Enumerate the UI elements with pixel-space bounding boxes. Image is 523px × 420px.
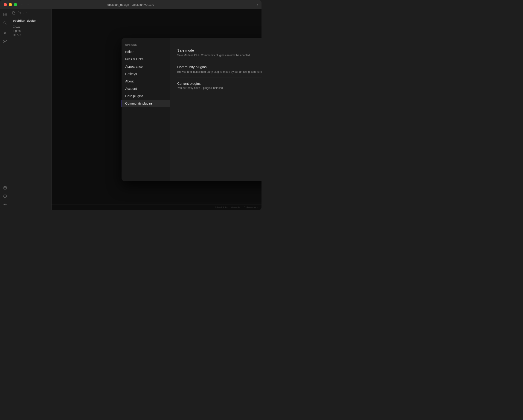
current-plugins-title: Current plugins	[177, 82, 262, 85]
settings-nav-about[interactable]: About	[122, 78, 170, 85]
community-plugins-row: Community plugins Browse and install thi…	[177, 61, 262, 78]
stars-icon[interactable]	[1, 29, 9, 37]
settings-nav-core-plugins[interactable]: Core plugins	[122, 92, 170, 100]
svg-point-6	[4, 33, 6, 34]
settings-nav-community-plugins[interactable]: Community plugins	[122, 100, 170, 107]
community-plugins-title: Community plugins	[177, 65, 262, 69]
forward-arrow-icon[interactable]: →	[27, 3, 30, 7]
current-plugins-section: Current plugins You currently have 0 plu…	[177, 82, 262, 90]
safe-mode-text: Safe mode Safe Mode is OFF. Community pl…	[177, 48, 262, 57]
file-item[interactable]: READI	[12, 33, 49, 37]
svg-line-16	[5, 41, 6, 41]
file-item[interactable]: Crazy	[12, 25, 49, 29]
community-plugins-text: Community plugins Browse and install thi…	[177, 65, 262, 74]
maximize-button[interactable]	[14, 3, 17, 6]
safe-mode-row: Safe mode Safe Mode is OFF. Community pl…	[177, 45, 262, 61]
svg-rect-1	[5, 13, 7, 14]
help-icon[interactable]: ?	[1, 192, 9, 200]
vault-name: obsidian_design	[12, 18, 49, 23]
new-folder-icon[interactable]	[17, 11, 21, 16]
svg-point-4	[4, 22, 6, 24]
settings-nav-files-links-label: Files & Links	[125, 57, 143, 61]
settings-sidebar: OPTIONS Editor Files & Links Appearance …	[122, 38, 170, 181]
settings-section-label: OPTIONS	[122, 44, 170, 46]
svg-rect-3	[3, 15, 5, 16]
daily-notes-icon[interactable]	[1, 184, 9, 192]
app-layout: ?	[0, 9, 262, 210]
file-item[interactable]: Figma	[12, 29, 49, 33]
graph-icon[interactable]	[1, 38, 9, 45]
svg-point-14	[3, 42, 4, 43]
svg-point-24	[4, 204, 6, 205]
settings-nav-account[interactable]: Account	[122, 85, 170, 92]
file-explorer-icon[interactable]	[1, 11, 9, 18]
collapse-icon[interactable]: ⟩	[257, 3, 258, 7]
settings-icon[interactable]	[1, 201, 9, 208]
titlebar: ← → obsidian_design - Obsidian v0.11.0 ⟩	[0, 0, 262, 9]
sidebar-icons: ?	[0, 9, 10, 210]
traffic-lights	[4, 3, 17, 6]
settings-nav-files-links[interactable]: Files & Links	[122, 56, 170, 63]
settings-nav-core-plugins-label: Core plugins	[125, 94, 143, 98]
settings-nav-editor-label: Editor	[125, 50, 134, 54]
settings-nav-editor[interactable]: Editor	[122, 48, 170, 56]
svg-point-13	[6, 40, 7, 41]
svg-rect-18	[4, 187, 7, 189]
minimize-button[interactable]	[9, 3, 12, 6]
settings-nav-hotkeys[interactable]: Hotkeys	[122, 70, 170, 78]
svg-line-5	[6, 24, 7, 25]
settings-nav-community-plugins-label: Community plugins	[125, 102, 153, 105]
current-plugins-description: You currently have 0 plugins installed.	[177, 86, 262, 90]
community-plugins-description: Browse and install third-party plugins m…	[177, 70, 262, 74]
settings-nav-account-label: Account	[125, 87, 137, 91]
close-button[interactable]	[4, 3, 7, 6]
settings-content: × Safe mode Safe Mode is OFF. Community …	[170, 38, 262, 181]
titlebar-title: obsidian_design - Obsidian v0.11.0	[107, 3, 154, 7]
titlebar-nav: ← →	[21, 3, 30, 7]
search-icon[interactable]	[1, 19, 9, 27]
settings-nav-hotkeys-label: Hotkeys	[125, 72, 137, 76]
settings-nav-appearance-label: Appearance	[125, 65, 143, 68]
file-explorer-toolbar	[12, 11, 49, 16]
settings-nav-appearance[interactable]: Appearance	[122, 63, 170, 70]
svg-rect-2	[5, 15, 7, 16]
settings-nav-about-label: About	[125, 79, 134, 83]
file-explorer: obsidian_design Crazy Figma READI	[10, 9, 52, 210]
safe-mode-description: Safe Mode is OFF. Community plugins can …	[177, 53, 262, 57]
svg-text:?: ?	[4, 195, 6, 198]
back-arrow-icon[interactable]: ←	[21, 3, 24, 7]
safe-mode-title: Safe mode	[177, 48, 262, 52]
main-content: OPTIONS Editor Files & Links Appearance …	[52, 9, 262, 210]
svg-line-17	[4, 42, 5, 42]
sort-icon[interactable]	[23, 11, 27, 16]
settings-modal: OPTIONS Editor Files & Links Appearance …	[122, 38, 262, 181]
svg-point-12	[3, 40, 4, 41]
new-file-icon[interactable]	[12, 11, 16, 16]
svg-line-15	[4, 41, 5, 41]
svg-rect-0	[3, 13, 5, 15]
